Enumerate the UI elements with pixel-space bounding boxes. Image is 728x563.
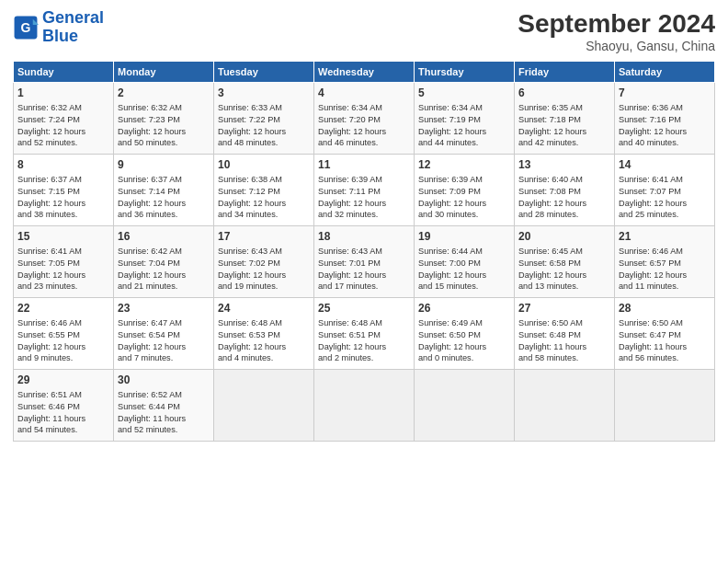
calendar-cell: 15Sunrise: 6:41 AMSunset: 7:05 PMDayligh… <box>14 226 114 298</box>
day-info: Sunset: 6:57 PM <box>619 259 681 268</box>
day-info: Sunrise: 6:32 AM <box>118 103 182 112</box>
day-info: Sunrise: 6:35 AM <box>518 103 583 112</box>
calendar-row: 22Sunrise: 6:46 AMSunset: 6:55 PMDayligh… <box>14 298 715 370</box>
day-info: Daylight: 11 hours <box>17 414 85 423</box>
calendar-cell: 27Sunrise: 6:50 AMSunset: 6:48 PMDayligh… <box>515 298 615 370</box>
day-number: 3 <box>218 86 310 101</box>
day-number: 2 <box>118 86 210 101</box>
calendar-cell <box>615 370 715 442</box>
day-info: Sunrise: 6:48 AM <box>218 318 282 327</box>
day-number: 21 <box>619 229 711 245</box>
calendar-cell: 22Sunrise: 6:46 AMSunset: 6:55 PMDayligh… <box>14 298 114 370</box>
calendar-cell: 10Sunrise: 6:38 AMSunset: 7:12 PMDayligh… <box>214 155 314 226</box>
day-info: Sunset: 7:11 PM <box>318 187 381 196</box>
day-info: Daylight: 12 hours <box>619 199 687 208</box>
day-info: and 36 minutes. <box>118 210 177 219</box>
day-info: and 40 minutes. <box>619 138 678 147</box>
title-block: September 2024 Shaoyu, Gansu, China <box>518 9 715 53</box>
day-number: 27 <box>518 301 610 316</box>
day-info: Daylight: 12 hours <box>218 342 286 351</box>
day-number: 4 <box>318 86 410 101</box>
day-number: 9 <box>118 157 210 173</box>
day-header: Monday <box>114 62 214 83</box>
calendar-cell: 17Sunrise: 6:43 AMSunset: 7:02 PMDayligh… <box>214 226 314 298</box>
day-number: 5 <box>418 86 510 101</box>
day-info: Sunset: 7:24 PM <box>17 115 80 124</box>
calendar-cell: 20Sunrise: 6:45 AMSunset: 6:58 PMDayligh… <box>515 226 615 298</box>
day-info: Daylight: 11 hours <box>518 342 586 351</box>
day-info: Sunset: 6:48 PM <box>518 330 581 339</box>
day-info: Sunset: 6:50 PM <box>418 330 481 339</box>
day-info: Sunrise: 6:41 AM <box>17 247 82 256</box>
day-header: Tuesday <box>214 62 314 83</box>
calendar-cell: 5Sunrise: 6:34 AMSunset: 7:19 PMDaylight… <box>415 83 515 155</box>
day-info: Sunset: 7:15 PM <box>17 187 80 196</box>
day-info: and 44 minutes. <box>418 138 478 147</box>
day-info: Sunrise: 6:32 AM <box>17 103 82 112</box>
day-info: Sunrise: 6:50 AM <box>619 318 683 327</box>
day-info: Daylight: 12 hours <box>418 199 486 208</box>
day-info: Daylight: 12 hours <box>118 342 186 351</box>
calendar-cell: 19Sunrise: 6:44 AMSunset: 7:00 PMDayligh… <box>415 226 515 298</box>
day-info: Sunrise: 6:46 AM <box>619 247 683 256</box>
calendar-cell: 1Sunrise: 6:32 AMSunset: 7:24 PMDaylight… <box>14 83 114 155</box>
day-info: and 7 minutes. <box>118 353 173 362</box>
calendar-cell: 24Sunrise: 6:48 AMSunset: 6:53 PMDayligh… <box>214 298 314 370</box>
day-info: and 50 minutes. <box>118 138 177 147</box>
day-info: Daylight: 12 hours <box>619 270 687 280</box>
day-number: 14 <box>619 157 711 173</box>
day-info: Daylight: 12 hours <box>118 127 186 136</box>
calendar-cell: 28Sunrise: 6:50 AMSunset: 6:47 PMDayligh… <box>615 298 715 370</box>
day-info: Sunset: 6:53 PM <box>218 330 280 339</box>
day-number: 24 <box>218 301 310 316</box>
day-info: Daylight: 12 hours <box>318 127 386 136</box>
day-info: Sunset: 6:44 PM <box>118 402 180 411</box>
day-info: and 17 minutes. <box>318 282 378 291</box>
day-info: Sunrise: 6:43 AM <box>318 247 382 256</box>
day-info: Sunset: 6:46 PM <box>17 402 80 411</box>
day-info: and 23 minutes. <box>17 282 77 291</box>
day-number: 22 <box>17 301 109 316</box>
day-info: Sunset: 6:58 PM <box>518 259 581 268</box>
calendar-cell: 18Sunrise: 6:43 AMSunset: 7:01 PMDayligh… <box>314 226 415 298</box>
day-info: and 52 minutes. <box>118 425 177 434</box>
day-info: Sunset: 7:18 PM <box>518 115 581 124</box>
day-number: 20 <box>518 229 610 245</box>
day-info: Sunset: 7:08 PM <box>518 187 581 196</box>
calendar-cell: 7Sunrise: 6:36 AMSunset: 7:16 PMDaylight… <box>615 83 715 155</box>
day-header: Thursday <box>415 62 515 83</box>
day-info: Sunset: 7:07 PM <box>619 187 681 196</box>
day-info: Sunrise: 6:45 AM <box>518 247 583 256</box>
calendar-cell: 29Sunrise: 6:51 AMSunset: 6:46 PMDayligh… <box>14 370 114 442</box>
day-info: Sunrise: 6:34 AM <box>418 103 483 112</box>
day-info: Sunrise: 6:37 AM <box>118 175 182 184</box>
calendar-row: 15Sunrise: 6:41 AMSunset: 7:05 PMDayligh… <box>14 226 715 298</box>
day-info: and 46 minutes. <box>318 138 378 147</box>
calendar-cell: 21Sunrise: 6:46 AMSunset: 6:57 PMDayligh… <box>615 226 715 298</box>
day-header: Sunday <box>14 62 114 83</box>
calendar-cell: 9Sunrise: 6:37 AMSunset: 7:14 PMDaylight… <box>114 155 214 226</box>
day-info: Sunrise: 6:42 AM <box>118 247 182 256</box>
page-container: G General Blue September 2024 Shaoyu, Ga… <box>0 0 728 447</box>
subtitle: Shaoyu, Gansu, China <box>518 39 715 53</box>
day-info: Sunrise: 6:41 AM <box>619 175 683 184</box>
day-number: 7 <box>619 86 711 101</box>
day-info: and 19 minutes. <box>218 282 278 291</box>
day-info: Sunrise: 6:46 AM <box>17 318 82 327</box>
day-info: and 25 minutes. <box>619 210 678 219</box>
day-info: Daylight: 12 hours <box>17 342 85 351</box>
calendar-cell: 11Sunrise: 6:39 AMSunset: 7:11 PMDayligh… <box>314 155 415 226</box>
day-info: and 13 minutes. <box>518 282 578 291</box>
day-info: and 28 minutes. <box>518 210 578 219</box>
day-info: Sunset: 7:12 PM <box>218 187 280 196</box>
day-info: and 15 minutes. <box>418 282 478 291</box>
day-info: Sunrise: 6:37 AM <box>17 175 82 184</box>
calendar-cell <box>214 370 314 442</box>
logo-text: General Blue <box>42 9 104 46</box>
calendar-row: 29Sunrise: 6:51 AMSunset: 6:46 PMDayligh… <box>14 370 715 442</box>
day-info: Sunrise: 6:52 AM <box>118 390 182 399</box>
day-info: Sunrise: 6:43 AM <box>218 247 282 256</box>
day-info: Daylight: 12 hours <box>218 127 286 136</box>
day-number: 19 <box>418 229 510 245</box>
calendar-table: SundayMondayTuesdayWednesdayThursdayFrid… <box>13 61 715 442</box>
